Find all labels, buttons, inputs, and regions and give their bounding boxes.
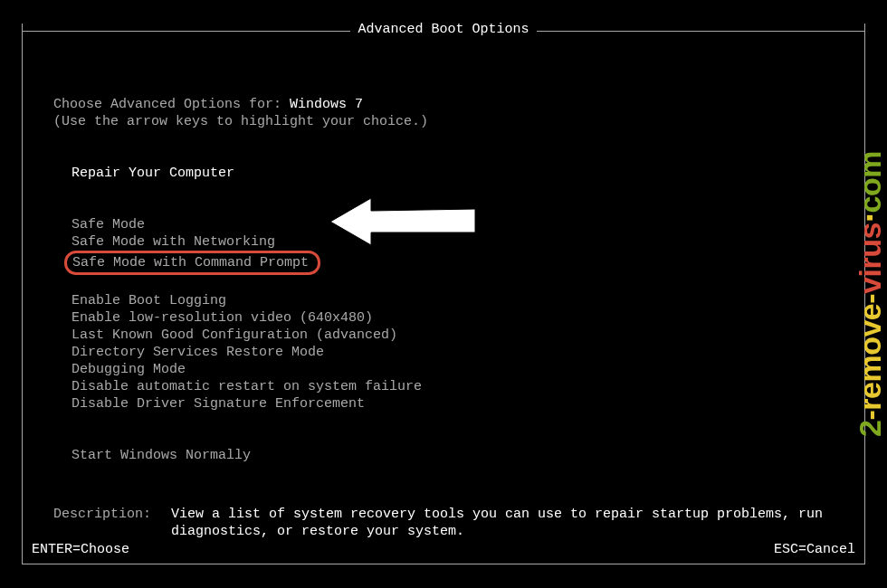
menu-debugging[interactable]: Debugging Mode bbox=[70, 361, 187, 378]
menu-last-known[interactable]: Last Known Good Configuration (advanced) bbox=[70, 327, 399, 344]
watermark-part3: virus bbox=[854, 223, 887, 294]
footer-esc: ESC=Cancel bbox=[774, 542, 855, 557]
watermark-dot: · bbox=[851, 213, 887, 223]
watermark-part1: 2 bbox=[854, 421, 887, 437]
footer-enter: ENTER=Choose bbox=[32, 542, 129, 557]
description-text: View a list of system recovery tools you… bbox=[171, 506, 834, 540]
screen-border: Choose Advanced Options for: Windows 7 (… bbox=[22, 24, 865, 564]
menu-safe-mode-cmd[interactable]: Safe Mode with Command Prompt bbox=[64, 251, 320, 275]
instruction-prefix: Choose Advanced Options for: bbox=[53, 97, 290, 112]
pointer-arrow-icon bbox=[326, 193, 480, 251]
menu-no-sig[interactable]: Disable Driver Signature Enforcement bbox=[70, 395, 367, 413]
watermark: 2-remove-virus·com bbox=[854, 151, 887, 437]
description-block: Description: View a list of system recov… bbox=[53, 506, 834, 540]
footer-bar: ENTER=Choose ESC=Cancel bbox=[32, 542, 855, 557]
menu-safe-mode-networking[interactable]: Safe Mode with Networking bbox=[70, 233, 277, 251]
menu-boot-logging[interactable]: Enable Boot Logging bbox=[70, 292, 228, 309]
menu-repair-computer[interactable]: Repair Your Computer bbox=[70, 165, 236, 182]
description-label: Description: bbox=[53, 506, 171, 540]
instruction-line: Choose Advanced Options for: Windows 7 bbox=[53, 96, 834, 113]
menu-no-restart[interactable]: Disable automatic restart on system fail… bbox=[70, 378, 424, 395]
os-name: Windows 7 bbox=[290, 97, 363, 112]
menu-low-res[interactable]: Enable low-resolution video (640x480) bbox=[70, 309, 375, 327]
menu-start-normally[interactable]: Start Windows Normally bbox=[70, 447, 253, 464]
menu-safe-mode[interactable]: Safe Mode bbox=[70, 216, 147, 233]
menu-dsrm[interactable]: Directory Services Restore Mode bbox=[70, 344, 326, 361]
watermark-part2: -remove- bbox=[854, 294, 887, 421]
arrow-hint: (Use the arrow keys to highlight your ch… bbox=[53, 113, 834, 130]
content-area: Choose Advanced Options for: Windows 7 (… bbox=[53, 96, 834, 540]
watermark-part4: com bbox=[854, 151, 887, 213]
